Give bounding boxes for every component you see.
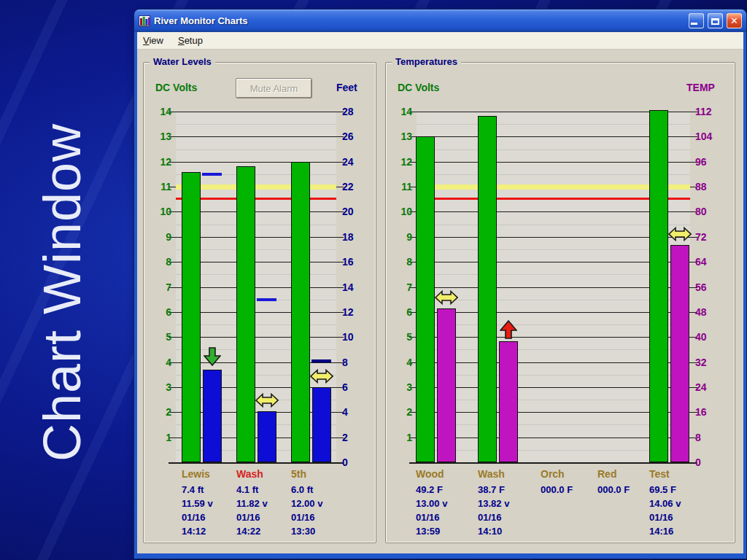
right-axis-tick-label: 4 (342, 406, 371, 418)
right-axis-tick-label: 10 (342, 331, 371, 343)
volts-bar-test (649, 110, 668, 462)
station-reading: 14:12 (182, 526, 206, 537)
station-label-red: Red (597, 468, 616, 480)
station-reading: 4.1 ft (236, 484, 258, 495)
left-axis-tick-label: 10 (147, 206, 171, 217)
left-axis-tick-label: 4 (387, 357, 412, 368)
setpoint-marker-lewis (202, 173, 222, 176)
station-reading: 01/16 (236, 512, 260, 523)
station-reading: 12.00 v (291, 498, 322, 509)
left-axis-tick-label: 5 (387, 331, 412, 343)
station-reading: 14:10 (478, 526, 502, 537)
station-reading: 69.5 F (649, 484, 676, 495)
left-axis-tick-label: 6 (147, 306, 171, 318)
left-axis-tick-label: 9 (147, 231, 171, 243)
close-icon: ✕ (727, 14, 741, 28)
trend-falling-icon-lewis (204, 347, 221, 366)
left-axis-tick-label: 12 (147, 156, 171, 168)
value-bar-wash (258, 411, 276, 462)
water-levels-chart: 1413121110987654321282624222018161412108… (144, 63, 376, 542)
menu-view[interactable]: View (143, 35, 163, 46)
close-button[interactable]: ✕ (727, 13, 742, 28)
major-gridline (169, 162, 344, 163)
left-axis-tick-label: 11 (387, 181, 412, 192)
station-reading: 01/16 (416, 512, 440, 523)
trend-rising-icon-wash (500, 320, 517, 339)
right-axis-tick-label: 6 (342, 381, 371, 393)
station-reading: 000.0 F (597, 484, 630, 495)
station-label-lewis: Lewis (182, 468, 210, 480)
volts-bar-wood (416, 136, 435, 462)
station-label-wash: Wash (236, 468, 263, 480)
right-axis-tick-label: 16 (695, 406, 724, 418)
minimize-button[interactable] (689, 13, 704, 28)
station-reading: 13:59 (416, 526, 440, 537)
left-axis-tick-label: 1 (387, 432, 412, 443)
right-axis-tick-label: 8 (342, 357, 371, 368)
right-axis-tick-label: 26 (342, 131, 371, 142)
station-label-test: Test (649, 468, 670, 480)
setpoint-marker-wash (257, 298, 276, 301)
temperatures-group: Temperatures DC Volts TEMP 1413121110987… (385, 62, 735, 543)
station-reading: 01/16 (291, 512, 315, 523)
value-bar-5th (312, 387, 331, 462)
station-reading: 7.4 ft (182, 484, 204, 495)
left-axis-tick-label: 6 (387, 306, 412, 318)
left-axis-tick-label: 8 (147, 256, 171, 268)
volts-bar-lewis (182, 172, 201, 462)
river-monitor-window: River Monitor Charts ✕ View Setup Water … (134, 9, 746, 559)
right-axis-tick-label: 72 (695, 231, 724, 243)
maximize-button[interactable] (708, 13, 723, 28)
left-axis-tick-label: 8 (387, 256, 412, 268)
trend-steady-icon-test (668, 225, 692, 243)
station-reading: 14.06 v (649, 498, 681, 509)
left-axis-tick-label: 13 (147, 131, 171, 142)
major-gridline (169, 462, 344, 464)
left-axis-tick-label: 9 (387, 231, 412, 243)
right-axis-tick-label: 88 (695, 181, 724, 192)
right-axis-tick-label: 0 (695, 456, 724, 468)
right-axis-tick-label: 0 (342, 456, 371, 468)
water-levels-group: Water Levels DC Volts Mute Alarm Feet 14… (143, 62, 376, 543)
station-reading: 13.82 v (478, 498, 509, 509)
station-label-wood: Wood (416, 468, 444, 480)
temperatures-chart: 1413121110987654321112104968880726456484… (386, 63, 735, 542)
window-title: River Monitor Charts (154, 15, 685, 26)
station-reading: 14:16 (649, 526, 673, 537)
left-axis-tick-label: 3 (387, 381, 412, 393)
left-axis-tick-label: 14 (147, 106, 171, 117)
right-axis-tick-label: 112 (695, 106, 724, 117)
trend-steady-icon-wood (435, 289, 458, 306)
right-axis-tick-label: 2 (342, 432, 371, 443)
left-axis-tick-label: 11 (147, 181, 171, 192)
left-axis-tick-label: 14 (387, 106, 412, 117)
left-axis-tick-label: 12 (387, 156, 412, 168)
menu-setup[interactable]: Setup (178, 35, 203, 46)
value-bar-test (670, 245, 689, 462)
volts-bar-wash (478, 116, 497, 462)
station-label-wash: Wash (478, 468, 505, 480)
right-axis-tick-label: 24 (342, 156, 371, 168)
slide-title: Chart Window (28, 30, 96, 555)
right-axis-tick-label: 80 (695, 206, 724, 217)
station-reading: 01/16 (182, 512, 206, 523)
left-axis-tick-label: 2 (387, 406, 412, 418)
right-axis-tick-label: 32 (695, 357, 724, 368)
left-axis-tick-label: 7 (147, 281, 171, 293)
major-gridline (169, 112, 344, 112)
slide-background: Chart Window River Monitor Charts ✕ View… (0, 0, 747, 560)
station-reading: 13.00 v (416, 498, 447, 509)
maximize-icon (711, 18, 719, 25)
right-axis-tick-label: 40 (695, 331, 724, 343)
station-reading: 01/16 (478, 512, 502, 523)
setpoint-marker-5th (311, 359, 331, 362)
bar-chart-icon (139, 15, 150, 27)
left-axis-tick-label: 10 (387, 206, 412, 217)
right-axis-tick-label: 18 (342, 231, 371, 243)
station-reading: 38.7 F (478, 484, 505, 495)
right-axis-tick-label: 24 (695, 381, 724, 393)
major-gridline (409, 462, 697, 464)
window-titlebar[interactable]: River Monitor Charts ✕ (134, 9, 746, 32)
left-axis-tick-label: 2 (147, 406, 171, 418)
value-bar-lewis (203, 370, 222, 462)
